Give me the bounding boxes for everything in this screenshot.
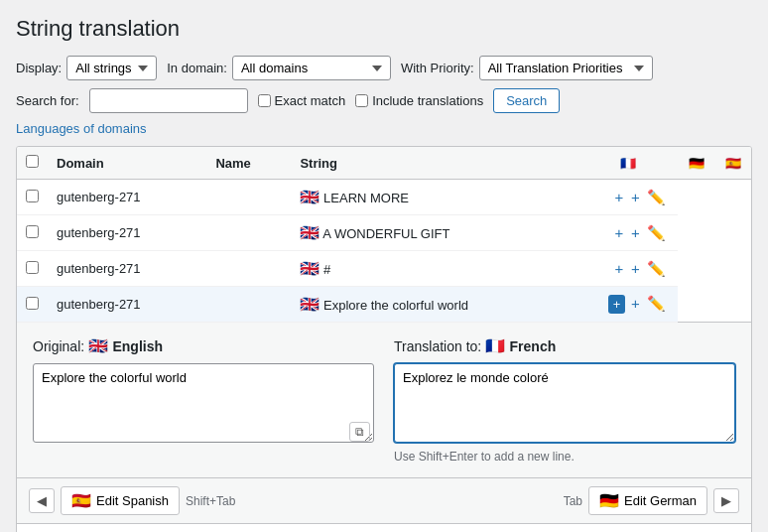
priority-select[interactable]: All Translation Priorities [479, 56, 653, 80]
row-domain-3: gutenberg-271 [47, 251, 205, 287]
table-wrapper: Domain Name String 🇫🇷 🇩🇪 🇪🇸 gutenberg-27… [16, 146, 752, 532]
add-fr-btn-4-active[interactable]: + [608, 295, 626, 314]
original-textarea-wrapper: Explore the colorful world ⧉ [33, 363, 374, 446]
exact-match-checkbox[interactable] [258, 94, 271, 107]
add-de-btn-1[interactable]: + [629, 189, 642, 205]
prev-arrow-button[interactable]: ◀ [29, 488, 55, 513]
row-check-5 [17, 524, 47, 533]
table-header-row: Domain Name String 🇫🇷 🇩🇪 🇪🇸 [17, 147, 751, 180]
table-row: gutenberg-271 🇬🇧 LEARN MORE + + ✏️ [17, 180, 751, 215]
search-label: Search for: [16, 93, 79, 108]
nav-bar: ◀ 🇪🇸 Edit Spanish Shift+Tab Tab [17, 477, 751, 523]
edit-btn-4[interactable]: ✏️ [645, 295, 668, 313]
table-row: gutenberg-271 🇬🇧 A WONDERFUL GIFT + + ✏️ [17, 215, 751, 251]
translation-textarea[interactable]: Explorez le monde coloré [394, 363, 735, 443]
original-textarea: Explore the colorful world [33, 363, 374, 443]
translation-inner: Original: 🇬🇧 English Explore the colorfu… [17, 323, 751, 477]
include-translations-checkbox[interactable] [355, 94, 368, 107]
exact-match-label[interactable]: Exact match [258, 93, 346, 108]
row-name-1 [205, 180, 290, 215]
translation-col: Translation to: 🇫🇷 French Explorez le mo… [394, 336, 735, 464]
languages-link[interactable]: Languages of domains [16, 121, 147, 136]
display-label: Display: [16, 61, 62, 75]
table-row: gutenberg-271 🇬🇧 # + + ✏️ [17, 251, 751, 287]
row-domain-5 [47, 524, 205, 533]
row-domain-2: gutenberg-271 [47, 215, 205, 251]
header-string: String [290, 147, 578, 180]
original-flag: 🇬🇧 [88, 337, 112, 354]
search-input[interactable] [89, 88, 248, 113]
add-de-btn-2[interactable]: + [629, 224, 642, 241]
original-label: Original: 🇬🇧 English [33, 336, 374, 355]
edit-btn-2[interactable]: ✏️ [645, 224, 668, 242]
translation-label: Translation to: 🇫🇷 French [394, 336, 735, 355]
priority-label: With Priority: [401, 61, 474, 75]
add-fr-btn-2[interactable]: + [613, 224, 626, 241]
translation-panel-row: Original: 🇬🇧 English Explore the colorfu… [17, 323, 751, 524]
row-domain-1: gutenberg-271 [47, 180, 205, 215]
copy-button[interactable]: ⧉ [349, 422, 370, 442]
search-row: Search for: Exact match Include translat… [16, 88, 752, 113]
row-string-4: 🇬🇧 Explore the colorful world [290, 287, 578, 323]
row-name-3 [205, 251, 290, 287]
row-string-2: 🇬🇧 A WONDERFUL GIFT [290, 215, 578, 251]
header-flag-es: 🇪🇸 [714, 147, 751, 180]
row-actions-4: + + ✏️ [578, 287, 678, 323]
page-wrapper: String translation Display: All strings … [0, 0, 768, 532]
row-name-4 [205, 287, 290, 323]
shortcut-prev-hint: Shift+Tab [186, 494, 235, 508]
tab-label: Tab [564, 494, 582, 508]
row-domain-4: gutenberg-271 [47, 287, 205, 323]
header-flag-de: 🇩🇪 [678, 147, 714, 180]
include-translations-label[interactable]: Include translations [355, 93, 483, 108]
translation-hint: Use Shift+Enter to add a new line. [394, 450, 735, 464]
row-check-1 [17, 180, 47, 215]
next-arrow-button[interactable]: ▶ [713, 488, 739, 513]
row-actions-1: + + ✏️ [578, 180, 678, 215]
edit-german-label: Edit German [624, 493, 697, 508]
add-de-btn-3[interactable]: + [629, 260, 642, 277]
row-checkbox-3[interactable] [26, 261, 39, 274]
row-checkbox-4[interactable] [26, 297, 39, 310]
row-name-2 [205, 215, 290, 251]
row-name-5 [205, 524, 290, 533]
row-string-3: 🇬🇧 # [290, 251, 578, 287]
edit-btn-3[interactable]: ✏️ [645, 260, 668, 278]
edit-btn-1[interactable]: ✏️ [645, 189, 668, 206]
domain-select[interactable]: All domains [232, 56, 391, 80]
search-button[interactable]: Search [493, 88, 560, 113]
add-de-btn-4[interactable]: + [629, 295, 642, 312]
row-checkbox-2[interactable] [26, 225, 39, 238]
row-string-1: 🇬🇧 LEARN MORE [290, 180, 578, 215]
domain-group: In domain: All domains [167, 56, 391, 80]
row-check-4 [17, 287, 47, 323]
table-row: gutenberg-271 🇬🇧 Explore the colorful wo… [17, 287, 751, 323]
controls-bar: Display: All strings In domain: All doma… [16, 56, 752, 80]
select-all-checkbox[interactable] [26, 155, 39, 168]
priority-group: With Priority: All Translation Prioritie… [401, 56, 653, 80]
edit-german-button[interactable]: 🇩🇪 Edit German [588, 486, 707, 515]
edit-spanish-button[interactable]: 🇪🇸 Edit Spanish [61, 486, 180, 515]
nav-left: ◀ 🇪🇸 Edit Spanish Shift+Tab [29, 486, 235, 515]
original-col: Original: 🇬🇧 English Explore the colorfu… [33, 336, 374, 464]
row-string-5 [290, 524, 578, 533]
row-check-2 [17, 215, 47, 251]
display-select[interactable]: All strings [66, 56, 157, 80]
header-domain: Domain [47, 147, 205, 180]
table-row: - + [17, 524, 751, 533]
translation-panel-cell: Original: 🇬🇧 English Explore the colorfu… [17, 323, 751, 524]
edit-spanish-label: Edit Spanish [96, 493, 169, 508]
header-name: Name [205, 147, 290, 180]
row-checkbox-1[interactable] [26, 190, 39, 202]
original-lang: English [112, 338, 163, 354]
spanish-flag-icon: 🇪🇸 [71, 491, 91, 510]
display-group: Display: All strings [16, 56, 157, 80]
add-fr-btn-1[interactable]: + [613, 189, 626, 205]
translation-lang: French [510, 338, 557, 354]
domain-label: In domain: [167, 61, 227, 75]
page-title: String translation [16, 16, 752, 42]
add-fr-btn-3[interactable]: + [613, 260, 626, 277]
german-flag-icon: 🇩🇪 [599, 491, 619, 510]
strings-table: Domain Name String 🇫🇷 🇩🇪 🇪🇸 gutenberg-27… [17, 147, 751, 532]
row-actions-2: + + ✏️ [578, 215, 678, 251]
